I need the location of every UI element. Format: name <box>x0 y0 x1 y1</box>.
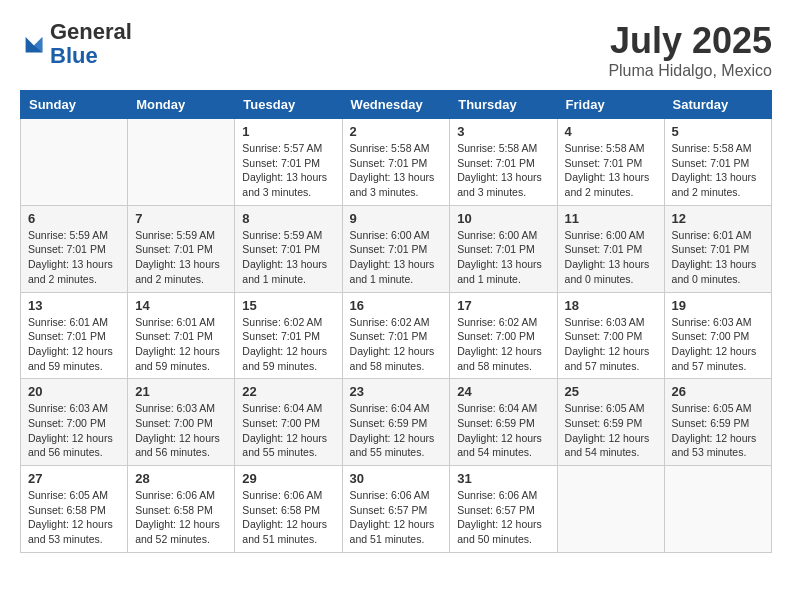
day-number: 29 <box>242 471 334 486</box>
day-info: Sunrise: 6:06 AMSunset: 6:57 PMDaylight:… <box>457 488 549 547</box>
day-info: Sunrise: 5:58 AMSunset: 7:01 PMDaylight:… <box>350 141 443 200</box>
day-info: Sunrise: 6:01 AMSunset: 7:01 PMDaylight:… <box>135 315 227 374</box>
day-number: 22 <box>242 384 334 399</box>
calendar-day-cell: 14Sunrise: 6:01 AMSunset: 7:01 PMDayligh… <box>128 292 235 379</box>
calendar-day-cell: 31Sunrise: 6:06 AMSunset: 6:57 PMDayligh… <box>450 466 557 553</box>
day-number: 13 <box>28 298 120 313</box>
weekday-header-thursday: Thursday <box>450 91 557 119</box>
day-number: 10 <box>457 211 549 226</box>
calendar-week-row: 6Sunrise: 5:59 AMSunset: 7:01 PMDaylight… <box>21 205 772 292</box>
calendar-week-row: 1Sunrise: 5:57 AMSunset: 7:01 PMDaylight… <box>21 119 772 206</box>
weekday-header-monday: Monday <box>128 91 235 119</box>
day-info: Sunrise: 6:05 AMSunset: 6:59 PMDaylight:… <box>565 401 657 460</box>
calendar-day-cell: 26Sunrise: 6:05 AMSunset: 6:59 PMDayligh… <box>664 379 771 466</box>
day-number: 20 <box>28 384 120 399</box>
logo-general-text: General <box>50 19 132 44</box>
day-number: 6 <box>28 211 120 226</box>
day-number: 11 <box>565 211 657 226</box>
calendar-day-cell: 9Sunrise: 6:00 AMSunset: 7:01 PMDaylight… <box>342 205 450 292</box>
calendar-day-cell: 18Sunrise: 6:03 AMSunset: 7:00 PMDayligh… <box>557 292 664 379</box>
day-info: Sunrise: 6:04 AMSunset: 6:59 PMDaylight:… <box>457 401 549 460</box>
weekday-header-saturday: Saturday <box>664 91 771 119</box>
calendar-day-cell: 17Sunrise: 6:02 AMSunset: 7:00 PMDayligh… <box>450 292 557 379</box>
day-info: Sunrise: 6:03 AMSunset: 7:00 PMDaylight:… <box>565 315 657 374</box>
month-title: July 2025 <box>608 20 772 62</box>
day-info: Sunrise: 5:59 AMSunset: 7:01 PMDaylight:… <box>135 228 227 287</box>
calendar-day-cell: 19Sunrise: 6:03 AMSunset: 7:00 PMDayligh… <box>664 292 771 379</box>
calendar-day-cell: 13Sunrise: 6:01 AMSunset: 7:01 PMDayligh… <box>21 292 128 379</box>
weekday-header-row: SundayMondayTuesdayWednesdayThursdayFrid… <box>21 91 772 119</box>
calendar-day-cell: 3Sunrise: 5:58 AMSunset: 7:01 PMDaylight… <box>450 119 557 206</box>
calendar-day-cell: 22Sunrise: 6:04 AMSunset: 7:00 PMDayligh… <box>235 379 342 466</box>
day-info: Sunrise: 6:05 AMSunset: 6:58 PMDaylight:… <box>28 488 120 547</box>
day-number: 1 <box>242 124 334 139</box>
calendar-day-cell: 16Sunrise: 6:02 AMSunset: 7:01 PMDayligh… <box>342 292 450 379</box>
calendar-day-cell <box>557 466 664 553</box>
day-info: Sunrise: 6:04 AMSunset: 6:59 PMDaylight:… <box>350 401 443 460</box>
location: Pluma Hidalgo, Mexico <box>608 62 772 80</box>
calendar-week-row: 27Sunrise: 6:05 AMSunset: 6:58 PMDayligh… <box>21 466 772 553</box>
day-number: 9 <box>350 211 443 226</box>
calendar-day-cell: 29Sunrise: 6:06 AMSunset: 6:58 PMDayligh… <box>235 466 342 553</box>
calendar-day-cell <box>21 119 128 206</box>
calendar-day-cell: 1Sunrise: 5:57 AMSunset: 7:01 PMDaylight… <box>235 119 342 206</box>
day-number: 14 <box>135 298 227 313</box>
day-number: 17 <box>457 298 549 313</box>
weekday-header-sunday: Sunday <box>21 91 128 119</box>
calendar-day-cell <box>664 466 771 553</box>
day-number: 7 <box>135 211 227 226</box>
day-info: Sunrise: 6:01 AMSunset: 7:01 PMDaylight:… <box>28 315 120 374</box>
calendar-week-row: 13Sunrise: 6:01 AMSunset: 7:01 PMDayligh… <box>21 292 772 379</box>
calendar-day-cell: 4Sunrise: 5:58 AMSunset: 7:01 PMDaylight… <box>557 119 664 206</box>
day-info: Sunrise: 6:02 AMSunset: 7:01 PMDaylight:… <box>350 315 443 374</box>
day-number: 26 <box>672 384 764 399</box>
day-number: 21 <box>135 384 227 399</box>
day-number: 4 <box>565 124 657 139</box>
day-info: Sunrise: 6:00 AMSunset: 7:01 PMDaylight:… <box>565 228 657 287</box>
day-number: 15 <box>242 298 334 313</box>
weekday-header-friday: Friday <box>557 91 664 119</box>
title-block: July 2025 Pluma Hidalgo, Mexico <box>608 20 772 80</box>
calendar-day-cell: 15Sunrise: 6:02 AMSunset: 7:01 PMDayligh… <box>235 292 342 379</box>
day-number: 8 <box>242 211 334 226</box>
day-info: Sunrise: 5:57 AMSunset: 7:01 PMDaylight:… <box>242 141 334 200</box>
day-info: Sunrise: 6:06 AMSunset: 6:58 PMDaylight:… <box>242 488 334 547</box>
calendar-day-cell: 11Sunrise: 6:00 AMSunset: 7:01 PMDayligh… <box>557 205 664 292</box>
day-info: Sunrise: 6:04 AMSunset: 7:00 PMDaylight:… <box>242 401 334 460</box>
day-info: Sunrise: 6:03 AMSunset: 7:00 PMDaylight:… <box>672 315 764 374</box>
day-number: 19 <box>672 298 764 313</box>
logo-icon <box>20 30 48 58</box>
day-info: Sunrise: 6:02 AMSunset: 7:00 PMDaylight:… <box>457 315 549 374</box>
day-info: Sunrise: 5:59 AMSunset: 7:01 PMDaylight:… <box>28 228 120 287</box>
day-info: Sunrise: 6:03 AMSunset: 7:00 PMDaylight:… <box>135 401 227 460</box>
calendar-day-cell: 10Sunrise: 6:00 AMSunset: 7:01 PMDayligh… <box>450 205 557 292</box>
calendar-day-cell: 28Sunrise: 6:06 AMSunset: 6:58 PMDayligh… <box>128 466 235 553</box>
day-number: 16 <box>350 298 443 313</box>
day-number: 30 <box>350 471 443 486</box>
calendar-day-cell: 2Sunrise: 5:58 AMSunset: 7:01 PMDaylight… <box>342 119 450 206</box>
day-info: Sunrise: 6:06 AMSunset: 6:57 PMDaylight:… <box>350 488 443 547</box>
day-info: Sunrise: 6:02 AMSunset: 7:01 PMDaylight:… <box>242 315 334 374</box>
day-number: 24 <box>457 384 549 399</box>
day-number: 2 <box>350 124 443 139</box>
day-number: 25 <box>565 384 657 399</box>
day-number: 27 <box>28 471 120 486</box>
day-info: Sunrise: 6:03 AMSunset: 7:00 PMDaylight:… <box>28 401 120 460</box>
weekday-header-tuesday: Tuesday <box>235 91 342 119</box>
day-info: Sunrise: 5:59 AMSunset: 7:01 PMDaylight:… <box>242 228 334 287</box>
calendar-day-cell: 6Sunrise: 5:59 AMSunset: 7:01 PMDaylight… <box>21 205 128 292</box>
day-info: Sunrise: 6:00 AMSunset: 7:01 PMDaylight:… <box>457 228 549 287</box>
calendar-day-cell: 12Sunrise: 6:01 AMSunset: 7:01 PMDayligh… <box>664 205 771 292</box>
day-number: 12 <box>672 211 764 226</box>
calendar-day-cell: 7Sunrise: 5:59 AMSunset: 7:01 PMDaylight… <box>128 205 235 292</box>
day-info: Sunrise: 5:58 AMSunset: 7:01 PMDaylight:… <box>565 141 657 200</box>
weekday-header-wednesday: Wednesday <box>342 91 450 119</box>
day-number: 28 <box>135 471 227 486</box>
day-number: 5 <box>672 124 764 139</box>
calendar-week-row: 20Sunrise: 6:03 AMSunset: 7:00 PMDayligh… <box>21 379 772 466</box>
calendar-table: SundayMondayTuesdayWednesdayThursdayFrid… <box>20 90 772 553</box>
calendar-day-cell: 21Sunrise: 6:03 AMSunset: 7:00 PMDayligh… <box>128 379 235 466</box>
day-info: Sunrise: 6:01 AMSunset: 7:01 PMDaylight:… <box>672 228 764 287</box>
calendar-day-cell: 27Sunrise: 6:05 AMSunset: 6:58 PMDayligh… <box>21 466 128 553</box>
day-number: 18 <box>565 298 657 313</box>
